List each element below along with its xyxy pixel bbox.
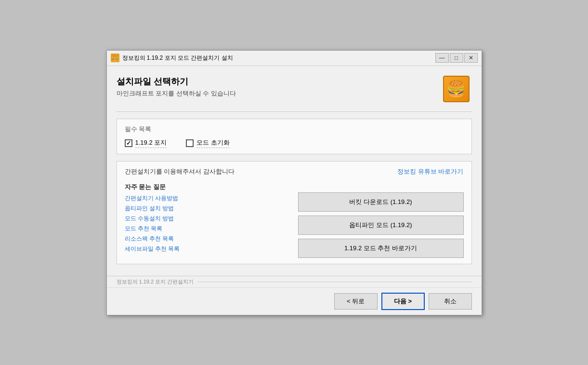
checkbox-mod-reset-label: 모드 초기화: [196, 138, 230, 148]
checkboxes-row: 1.19.2 포지 모드 초기화: [125, 138, 464, 148]
cancel-button[interactable]: 취소: [429, 293, 472, 310]
header-divider: [117, 111, 472, 112]
minimize-button[interactable]: —: [435, 53, 449, 63]
close-button[interactable]: ✕: [464, 53, 478, 63]
checkbox-mod-reset[interactable]: 모드 초기화: [186, 138, 230, 148]
info-top-row: 간편설치기를 이용해주셔서 감사합니다 정보킹 유튜브 바로가기: [125, 167, 464, 180]
title-bar: 🍔 정보킹의 1.19.2 포지 모드 간편설치기 설치 — □ ✕: [107, 51, 482, 66]
checkbox-forge[interactable]: 1.19.2 포지: [125, 138, 167, 148]
app-icon: 🍔: [111, 54, 119, 62]
status-text: 정보킹의 1.19.2 포지 간편설치기: [117, 278, 472, 285]
checkbox-mod-reset-box[interactable]: [186, 139, 194, 147]
back-button[interactable]: < 뒤로: [334, 293, 378, 310]
faq-link-1[interactable]: 옵티파인 설치 방법: [125, 204, 290, 213]
header-text: 설치파일 선택하기 마인크래프트 포지를 선택하실 수 있습니다: [117, 76, 236, 98]
maximize-button[interactable]: □: [450, 53, 463, 63]
action-buttons-column: 버킷 다운로드 (1.19.2) 옵티파인 모드 (1.19.2) 1.19.2…: [298, 183, 464, 258]
header-section: 설치파일 선택하기 마인크래프트 포지를 선택하실 수 있습니다 🍔: [107, 66, 482, 109]
checkbox-forge-box[interactable]: [125, 139, 132, 147]
faq-link-3[interactable]: 모드 추천 목록: [125, 225, 290, 233]
status-bar: 정보킹의 1.19.2 포지 간편설치기: [107, 276, 482, 287]
info-title: 간편설치기를 이용해주셔서 감사합니다: [125, 167, 235, 176]
faq-link-5[interactable]: 세이브파일 추천 목록: [125, 245, 290, 253]
page-subtitle: 마인크래프트 포지를 선택하실 수 있습니다: [117, 89, 236, 98]
bucket-download-button[interactable]: 버킷 다운로드 (1.19.2): [298, 192, 464, 212]
footer: < 뒤로 다음 > 취소: [107, 287, 482, 315]
window-title: 정보킹의 1.19.2 포지 모드 간편설치기 설치: [122, 54, 233, 62]
info-section: 간편설치기를 이용해주셔서 감사합니다 정보킹 유튜브 바로가기 자주 묻는 질…: [117, 161, 472, 264]
title-bar-buttons: — □ ✕: [435, 53, 478, 63]
faq-column: 자주 묻는 질문 간편설치기 사용방법 옵티파인 설치 방법 모드 수동설치 방…: [125, 183, 290, 258]
next-button[interactable]: 다음 >: [381, 293, 425, 310]
page-title: 설치파일 선택하기: [117, 76, 236, 87]
required-section: 필수 목록 1.19.2 포지 모드 초기화: [117, 119, 472, 154]
content-area: 필수 목록 1.19.2 포지 모드 초기화 간편설치기를 이용해주셔서 감사합…: [107, 114, 482, 276]
optifine-mod-button[interactable]: 옵티파인 모드 (1.19.2): [298, 216, 464, 235]
status-label: 정보킹의 1.19.2 포지 간편설치기: [117, 278, 194, 285]
faq-link-0[interactable]: 간편설치기 사용방법: [125, 194, 290, 203]
faq-link-4[interactable]: 리소스팩 추천 목록: [125, 235, 290, 243]
checkbox-forge-label: 1.19.2 포지: [135, 138, 167, 148]
required-label: 필수 목록: [125, 125, 464, 134]
mod-recommend-button[interactable]: 1.19.2 모드 추천 바로가기: [298, 239, 464, 258]
faq-title: 자주 묻는 질문: [125, 183, 290, 191]
header-icon: 🍔: [443, 76, 472, 105]
title-bar-left: 🍔 정보킹의 1.19.2 포지 모드 간편설치기 설치: [111, 54, 233, 62]
burger-icon: 🍔: [443, 76, 470, 102]
youtube-link[interactable]: 정보킹 유튜브 바로가기: [397, 167, 463, 176]
main-window: 🍔 정보킹의 1.19.2 포지 모드 간편설치기 설치 — □ ✕ 설치파일 …: [106, 50, 482, 315]
faq-link-2[interactable]: 모드 수동설치 방법: [125, 215, 290, 223]
info-body: 자주 묻는 질문 간편설치기 사용방법 옵티파인 설치 방법 모드 수동설치 방…: [125, 183, 464, 258]
